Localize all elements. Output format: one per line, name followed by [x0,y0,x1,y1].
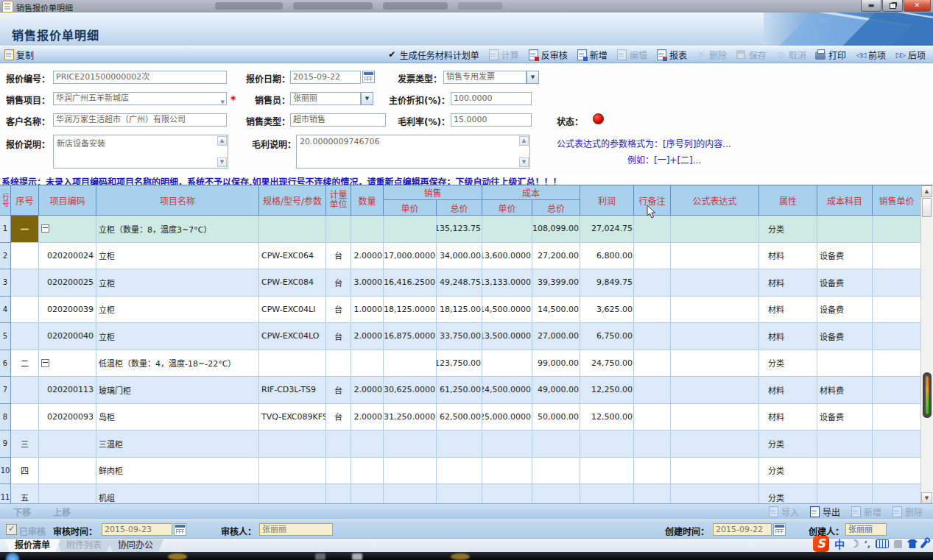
cell-qty[interactable] [351,484,384,504]
cell-qty[interactable] [351,458,384,485]
cell-code[interactable] [39,350,96,378]
cell-sale-unit-price[interactable] [384,216,437,243]
cell-cost-subject[interactable] [817,484,873,504]
cell-unit[interactable]: 台 [326,404,351,431]
col-header-cost-unit-price[interactable]: 单价 [482,200,532,216]
col-header-code[interactable]: 项目编码 [39,185,96,216]
cell-seq[interactable] [11,323,39,350]
cell-sale-unit-price[interactable] [384,430,437,458]
cell-qty[interactable]: 2.0000 [351,243,384,270]
cell-seq[interactable] [11,243,39,270]
cell-attr[interactable]: 材料 [759,377,817,404]
cell-spec[interactable]: RIF-CD3L-TS9 [259,377,326,404]
cell-row-note[interactable] [634,269,671,297]
cell-row-note[interactable] [634,243,671,270]
cell-row-note[interactable] [634,323,671,350]
cell-sale-total[interactable]: 33,750.00 [437,323,482,350]
cell-qty[interactable] [351,430,384,458]
scroll-down-icon[interactable]: ▼ [217,157,227,167]
cell-spec[interactable]: CPW-EXC084 [259,269,326,297]
calendar-icon[interactable] [174,523,186,536]
quote-no-field[interactable]: PRICE201500000002次 [53,71,227,84]
table-row[interactable]: 3020200025立柜CPW-EXC084台3.000016,416.2500… [0,269,921,297]
cell-cost-total[interactable] [532,484,580,504]
cell-seq[interactable]: 五 [11,484,39,504]
cell-cost-total[interactable]: 27,000.00 [532,323,580,350]
auditor-field[interactable]: 张丽丽 [259,523,333,536]
cell-name[interactable]: 立柜 [96,297,259,324]
cell-cost-total[interactable]: 27,200.00 [532,243,580,270]
scrollbar-thumb[interactable] [922,198,932,217]
col-header-cost-subject[interactable]: 成本科目 [817,185,873,216]
col-header-spec[interactable]: 规格/型号/参数 [259,185,326,216]
cell-code[interactable]: 020200040 [39,323,96,350]
cell-sale-total[interactable]: 61,250.00 [437,377,482,404]
tab-附件列表[interactable]: 附件列表 [56,539,112,552]
cell-sale-total[interactable]: 123,750.00 [437,350,482,378]
toolbar-action-后项[interactable]: ▷▷后项 [895,49,926,61]
cell-sale-total[interactable]: 62,500.00 [437,404,482,431]
cell-cost-subject[interactable] [817,458,873,485]
cell-attr[interactable]: 分类 [759,350,817,378]
move-up-button[interactable]: 上移 [53,506,71,518]
cell-sale-unit-price[interactable]: 16,875.0000 [384,323,437,350]
cell-qty[interactable]: 1.0000 [351,297,384,324]
table-row[interactable]: 11五机组分类 [0,484,921,504]
chevron-down-icon[interactable]: ▼ [361,92,373,105]
table-row[interactable]: 6二低温柜（数量：4，温度-18~-22°C）123,750.0099,000.… [0,350,921,378]
cell-cost-total[interactable] [532,458,580,485]
table-row[interactable]: 2020200024立柜CPW-EXC064台2.000017,000.0000… [0,243,921,270]
cell-sale-total[interactable] [437,484,482,504]
cell-row-note[interactable] [634,297,671,324]
taskbar-app-icon[interactable] [451,553,470,560]
cell-name[interactable]: 机组 [96,484,259,504]
cell-sale-unit-price[interactable]: 31,250.0000 [384,404,437,431]
scroll-up-icon[interactable]: ▲ [921,185,932,197]
footer-action-导出[interactable]: 导出 [809,506,840,518]
cell-sale-unit-price-2[interactable] [873,323,921,350]
cell-sale-unit-price[interactable] [384,350,437,378]
cell-attr[interactable]: 分类 [759,458,817,485]
cell-spec[interactable] [259,216,326,243]
cell-cost-total[interactable]: 50,000.00 [532,404,580,431]
cell-name[interactable]: 立柜（数量：8，温度3~7°C） [96,216,259,243]
cell-sale-unit-price-2[interactable] [873,350,921,378]
cell-cost-unit-price[interactable]: 25,000.0000 [482,404,532,431]
cell-formula[interactable] [671,350,759,378]
cell-spec[interactable]: CPW-EXC064 [259,243,326,270]
cell-sale-total[interactable] [437,458,482,485]
cell-cost-total[interactable]: 39,399.00 [532,269,580,297]
sales-type-field[interactable]: 超市销售 [290,113,386,127]
ime-language-toggle[interactable]: 中 [834,536,845,551]
cell-formula[interactable] [671,404,759,431]
col-header-attr[interactable]: 属性 [759,185,817,216]
cell-code[interactable] [39,216,96,243]
cell-cost-subject[interactable]: 设备费 [817,269,873,297]
cell-seq[interactable]: 四 [11,458,39,485]
col-header-row-no[interactable]: 行号 [0,185,11,216]
cell-formula[interactable] [671,377,759,404]
cell-seq[interactable]: 三 [11,430,39,458]
cell-cost-unit-price[interactable] [482,484,532,504]
cell-seq[interactable] [11,269,39,297]
cell-profit[interactable]: 12,500.00 [580,404,634,431]
cell-cost-unit-price[interactable]: 13,500.0000 [482,323,532,350]
cell-sale-unit-price[interactable]: 16,416.2500 [384,269,437,297]
cell-qty[interactable]: 3.0000 [351,269,384,297]
cell-attr[interactable]: 材料 [759,297,817,324]
cell-row-note[interactable] [634,484,671,504]
cell-sale-unit-price-2[interactable] [873,377,921,404]
cell-name[interactable]: 玻璃门柜 [96,377,259,404]
cell-unit[interactable] [326,458,351,485]
cell-spec[interactable]: CPW-EXC04LI [259,297,326,324]
col-header-profit[interactable]: 利润 [580,185,634,216]
cell-formula[interactable] [671,216,759,243]
cell-unit[interactable]: 台 [326,243,351,270]
cell-cost-subject[interactable]: 设备费 [817,297,873,324]
cell-formula[interactable] [671,269,759,297]
cell-spec[interactable] [259,458,326,485]
cell-sale-unit-price-2[interactable] [873,458,921,485]
col-header-sale-total[interactable]: 总价 [437,200,482,216]
cell-cost-total[interactable] [532,430,580,458]
cell-sale-unit-price-2[interactable] [873,243,921,270]
